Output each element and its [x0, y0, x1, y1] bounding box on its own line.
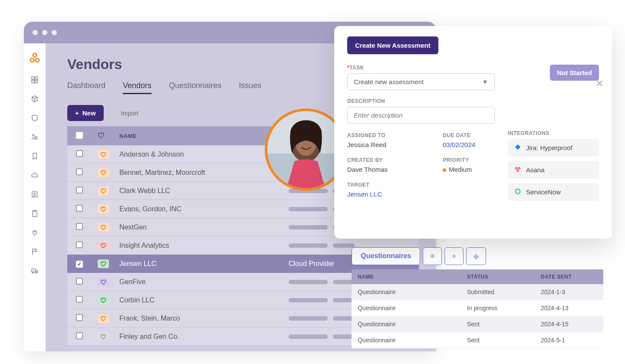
tab-questionnaires[interactable]: Questionnaires: [169, 81, 221, 94]
vendor-name: Anderson & Johnson: [119, 151, 184, 158]
status-badge[interactable]: Not Started: [550, 65, 599, 81]
q-date: 2024-4-15: [541, 321, 597, 328]
heart-badge-icon[interactable]: [98, 314, 109, 323]
tab-issues[interactable]: Issues: [239, 81, 261, 94]
svg-rect-4: [35, 77, 38, 79]
nav-list-icon[interactable]: [27, 187, 43, 202]
svg-point-8: [35, 136, 37, 138]
nav-flag-icon[interactable]: [27, 244, 43, 259]
heart-badge-icon[interactable]: [98, 187, 109, 195]
svg-point-26: [516, 190, 520, 193]
window-dot: [42, 30, 47, 35]
import-link[interactable]: Import: [121, 110, 138, 117]
tab-shape-circle-icon[interactable]: ●: [444, 247, 464, 265]
integration-name: Asana: [526, 166, 545, 174]
window-dot: [33, 30, 38, 35]
nav-dashboard-icon[interactable]: [27, 72, 43, 88]
created-by-label: CREATED BY: [347, 157, 434, 163]
row-checkbox[interactable]: [76, 241, 83, 248]
nav-truck-icon[interactable]: [27, 263, 43, 279]
nav-cloud-icon[interactable]: [27, 167, 43, 183]
priority-dot-icon: [443, 168, 446, 172]
tab-vendors[interactable]: Vendors: [123, 81, 151, 94]
integration-name: Jira: Hyperproof: [526, 144, 572, 151]
row-checkbox[interactable]: [76, 168, 83, 175]
sidebar: [24, 43, 46, 351]
vendor-name: Evans, Gordon, INC: [119, 205, 181, 213]
svg-rect-12: [32, 269, 36, 272]
vendor-name: Corbin LLC: [119, 296, 155, 304]
vendor-name: Bennet, Martinez, Moorcroft: [119, 169, 205, 176]
heart-badge-icon[interactable]: [98, 223, 109, 232]
assigned-to-value: Jessica Reed: [347, 141, 434, 148]
nav-users-icon[interactable]: [27, 129, 43, 145]
heart-badge-icon[interactable]: [98, 241, 109, 250]
row-checkbox[interactable]: [76, 205, 83, 212]
heart-badge-icon[interactable]: [98, 278, 109, 286]
questionnaire-row[interactable]: Questionnaire Sent 2024-4-15: [352, 316, 603, 332]
nav-package-icon[interactable]: [27, 91, 43, 107]
close-icon[interactable]: ✕: [595, 78, 603, 89]
row-checkbox[interactable]: [76, 278, 83, 285]
svg-point-7: [33, 134, 34, 136]
priority-label: PRIORITY: [443, 157, 512, 163]
questionnaire-row[interactable]: Questionnaire Submitted 2024-1-3: [352, 284, 603, 300]
heart-badge-icon[interactable]: [98, 150, 109, 159]
heart-column-icon: [98, 132, 105, 139]
row-checkbox[interactable]: [76, 314, 83, 321]
q-status-header: STATUS: [467, 274, 541, 280]
tab-shape-diamond-icon[interactable]: ◆: [466, 247, 486, 265]
questionnaire-row[interactable]: Questionnaire In progress 2024-4-13: [352, 300, 603, 316]
svg-point-14: [36, 272, 37, 273]
heart-badge-icon[interactable]: [98, 296, 109, 305]
svg-point-23: [518, 167, 521, 170]
svg-rect-10: [33, 211, 37, 216]
row-checkbox[interactable]: [76, 296, 83, 303]
q-status: Sent: [467, 321, 541, 328]
integration-item[interactable]: Asana: [508, 161, 599, 179]
due-date-label: DUE DATE: [443, 132, 512, 138]
nav-shield-icon[interactable]: [27, 110, 43, 126]
questionnaires-tab[interactable]: Questionnaires: [352, 247, 420, 265]
heart-badge-icon[interactable]: [98, 168, 109, 177]
row-checkbox[interactable]: [76, 223, 83, 230]
questionnaire-tabs: Questionnaires ■ ● ◆: [352, 247, 603, 265]
questionnaire-table-header: NAME STATUS DATE SENT: [352, 269, 603, 284]
svg-rect-6: [35, 80, 38, 83]
tab-shape-square-icon[interactable]: ■: [423, 247, 442, 265]
svg-rect-5: [32, 80, 34, 83]
integration-item[interactable]: Jira: Hyperproof: [508, 139, 599, 157]
nav-plug-icon[interactable]: [27, 225, 43, 240]
task-label: *TASK: [347, 65, 495, 71]
integration-name: ServiceNow: [526, 188, 561, 196]
create-assessment-button[interactable]: Create New Assessment: [347, 36, 438, 54]
created-by-value: Dave Thomas: [347, 166, 434, 173]
due-date-value[interactable]: 03/02/2024: [443, 141, 512, 148]
task-select[interactable]: Create new assessment ▼: [347, 73, 495, 90]
heart-badge-icon[interactable]: [98, 332, 109, 341]
row-checkbox[interactable]: [76, 187, 83, 193]
vendor-name: Finley and Gen Co.: [119, 333, 179, 340]
questionnaires-section: Questionnaires ■ ● ◆ NAME STATUS DATE SE…: [352, 247, 603, 348]
tab-dashboard[interactable]: Dashboard: [67, 81, 105, 94]
heart-badge-icon[interactable]: [98, 259, 109, 268]
select-all-checkbox[interactable]: [76, 132, 83, 139]
svg-point-1: [30, 59, 34, 62]
svg-point-0: [33, 53, 36, 57]
questionnaire-row[interactable]: Questionnaire Sent 2024-5-1: [352, 332, 603, 348]
vendor-name: Frank, Stein, Marco: [119, 315, 180, 322]
new-button[interactable]: +New: [67, 105, 104, 121]
row-checkbox[interactable]: [76, 332, 83, 339]
q-status: Sent: [467, 337, 541, 344]
description-input[interactable]: [347, 107, 495, 124]
nav-bookmark-icon[interactable]: [27, 148, 43, 164]
svg-point-2: [36, 59, 39, 62]
heart-badge-icon[interactable]: [98, 205, 109, 213]
row-checkbox[interactable]: [76, 150, 83, 157]
target-value[interactable]: Jensen LLC: [347, 190, 434, 198]
svg-point-24: [516, 170, 519, 172]
row-checkbox[interactable]: ✓: [76, 261, 83, 268]
integration-item[interactable]: ServiceNow: [508, 183, 599, 201]
nav-clipboard-icon[interactable]: [27, 206, 43, 221]
vendor-name: NextGen: [119, 223, 147, 231]
